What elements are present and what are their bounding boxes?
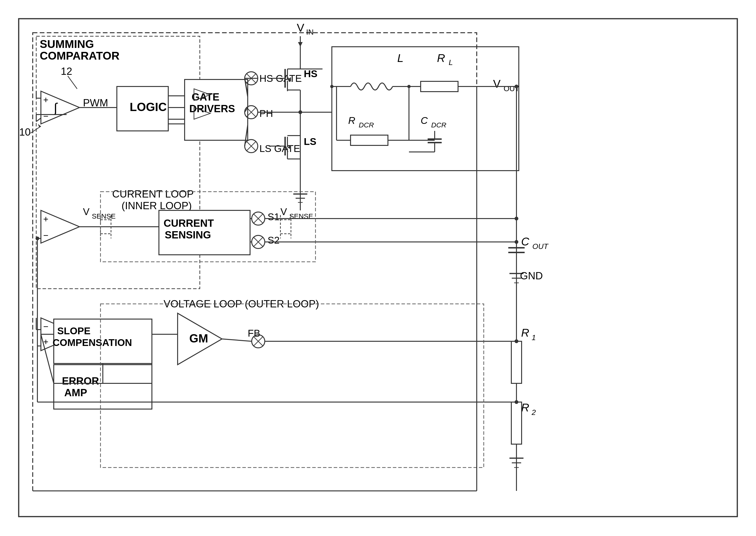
- circuit-diagram: SUMMING COMPARATOR 12 10 + − ∫ + − − + P…: [0, 0, 756, 536]
- logic-label: LOGIC: [130, 101, 167, 114]
- error-amp-label2: AMP: [64, 387, 87, 398]
- ref-10: 10: [19, 126, 31, 138]
- current-sensing-label2: SENSING: [165, 229, 211, 241]
- r2-label: R: [521, 401, 529, 414]
- cout-sub: OUT: [532, 242, 549, 251]
- ls-gate-label: LS GATE: [259, 143, 300, 154]
- svg-rect-0: [0, 0, 756, 536]
- error-amp-label1: ERROR: [62, 375, 99, 386]
- s2-label: S2: [268, 235, 279, 246]
- svg-rect-73: [421, 81, 458, 92]
- svg-text:+: +: [43, 95, 49, 105]
- rl-sub: L: [449, 58, 453, 67]
- r2-sub: 2: [531, 408, 536, 417]
- r1-label: R: [521, 326, 529, 339]
- svg-point-89: [407, 85, 411, 88]
- svg-text:−: −: [43, 322, 49, 331]
- svg-rect-142: [511, 402, 522, 444]
- cdcr-label: C: [421, 115, 428, 126]
- svg-text:−: −: [43, 111, 49, 121]
- gnd-label: GND: [520, 270, 543, 282]
- svg-point-173: [330, 85, 334, 88]
- vsense-right-label: V: [280, 206, 287, 217]
- l-label: L: [397, 52, 404, 64]
- slope-comp-label2: COMPENSATION: [52, 337, 132, 348]
- vout-label: V: [493, 78, 501, 90]
- gm-label: GM: [189, 332, 208, 345]
- ph-label: PH: [259, 108, 273, 119]
- svg-point-141: [514, 339, 518, 343]
- ls-label: LS: [304, 136, 316, 147]
- summing-comparator-label2: COMPARATOR: [40, 50, 119, 62]
- svg-text:−: −: [43, 230, 49, 240]
- svg-rect-78: [350, 135, 388, 146]
- ref-12: 12: [61, 65, 72, 77]
- rdcr-sub: DCR: [359, 121, 374, 129]
- hs-label: HS: [304, 68, 317, 79]
- pwm-label: PWM: [83, 97, 108, 109]
- svg-text:∫: ∫: [53, 101, 58, 115]
- r1-sub: 1: [532, 333, 536, 342]
- cout-label: C: [521, 235, 529, 248]
- svg-point-154: [36, 237, 39, 240]
- summing-comparator-label: SUMMING: [40, 38, 94, 50]
- current-loop-label: CURRENT LOOP: [112, 188, 194, 200]
- svg-text:+: +: [43, 214, 49, 224]
- cdcr-sub: DCR: [431, 121, 446, 129]
- s1-label: S1: [268, 211, 279, 222]
- svg-point-150: [514, 400, 518, 404]
- vin-sub: IN: [306, 28, 313, 36]
- inner-loop-label: (INNER LOOP): [121, 200, 192, 211]
- current-sensing-label1: CURRENT: [164, 218, 214, 229]
- slope-comp-label1: SLOPE: [57, 325, 90, 336]
- vsense-left-label: V: [83, 206, 89, 217]
- svg-rect-139: [511, 341, 522, 384]
- vsense-left-sub: SENSE: [92, 212, 116, 220]
- vin-label: V: [297, 21, 304, 34]
- rl-label: R: [437, 52, 445, 64]
- rdcr-label: R: [348, 115, 355, 126]
